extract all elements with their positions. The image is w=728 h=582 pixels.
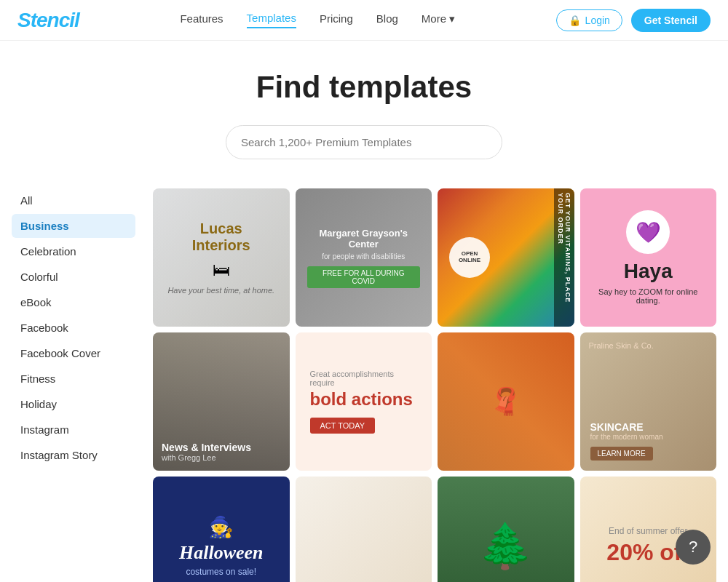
template-card[interactable]: OPENONLINE GET YOUR VITAMINS, PLACE YOUR… [438,188,574,327]
chevron-down-icon: ▾ [449,12,455,25]
haya-icon: 💜 [636,220,661,244]
template-card[interactable]: 💜 Haya Say hey to ZOOM for online dating… [580,188,717,327]
template-card[interactable]: Margaret Grayson's Center for people wit… [296,188,432,327]
get-stencil-button[interactable]: Get Stencil [631,9,711,32]
templates-grid: LucasInteriors 🛏 Have your best time, at… [153,188,716,582]
skincare-title: SKINCARE [590,421,644,433]
lock-icon: 🔒 [569,15,581,26]
template-card[interactable]: HOMEGROWN NFP farmers' association [296,477,432,582]
sidebar-item-all[interactable]: All [12,188,135,212]
main-content: Find templates All Business Celebration … [0,41,728,582]
sidebar-item-facebook-cover[interactable]: Facebook Cover [12,341,135,365]
page-title: Find templates [256,70,472,105]
summer-subtitle: End of summer offer [609,526,688,536]
open-label: OPENONLINE [459,251,480,264]
nav-templates[interactable]: Templates [247,12,296,28]
sidebar-item-instagram-story[interactable]: Instagram Story [12,443,135,467]
card-subtitle: for people with disabilities [322,252,405,260]
login-button[interactable]: 🔒 Login [556,9,622,31]
header: Stencil Features Templates Pricing Blog … [0,0,728,41]
chat-icon: ? [689,538,697,557]
haya-brand: Haya [624,260,673,283]
sidebar-item-colorful[interactable]: Colorful [12,265,135,289]
header-actions: 🔒 Login Get Stencil [556,9,711,32]
card-tagline: Have your best time, at home. [167,286,274,295]
tree-icon: 🌲 [478,520,533,572]
sidebar-item-business[interactable]: Business [12,214,135,238]
nav-blog[interactable]: Blog [376,12,398,28]
bold-cta-button[interactable]: ACT TODAY [310,418,376,434]
fabric-pattern: 🧣 [489,386,522,417]
card-title: Margaret Grayson's Center [307,228,421,250]
bold-title: bold actions [310,390,413,409]
template-card[interactable]: Praline Skin & Co. SKINCARE for the mode… [580,332,717,471]
nav-more[interactable]: More ▾ [422,12,455,28]
haya-logo-circle: 💜 [626,210,670,254]
sidebar-item-fitness[interactable]: Fitness [12,367,135,391]
witch-icon: 🧙 [208,515,234,539]
learn-more-button[interactable]: LEARN MORE [590,447,653,461]
template-card[interactable]: News & Interviews with Gregg Lee [153,332,290,471]
search-container [226,125,502,159]
template-card[interactable]: 🧣 [438,332,574,471]
sidebar-item-facebook[interactable]: Facebook [12,316,135,340]
open-online-badge: OPENONLINE [449,237,490,278]
sidebar-item-instagram[interactable]: Instagram [12,418,135,442]
chat-bubble[interactable]: ? [676,530,711,565]
nav-pricing[interactable]: Pricing [320,12,353,28]
template-card[interactable]: Great accomplishments require bold actio… [296,332,432,471]
sidebar-item-holiday[interactable]: Holiday [12,392,135,416]
search-input[interactable] [226,125,502,159]
news-label: News & Interviews [162,442,281,453]
sidebar-item-celebration[interactable]: Celebration [12,239,135,263]
bold-pre: Great accomplishments require [310,370,418,387]
template-card[interactable]: 🌲 [438,477,574,582]
sidebar: All Business Celebration Colorful eBook … [12,188,135,582]
template-card[interactable]: LucasInteriors 🛏 Have your best time, at… [153,188,290,327]
nav-features[interactable]: Features [180,12,223,28]
card-brand: LucasInteriors [167,220,274,254]
halloween-sub: costumes on sale! [186,567,256,577]
haya-tagline: Say hey to ZOOM for online dating. [592,287,705,305]
main-nav: Features Templates Pricing Blog More ▾ [180,12,455,28]
skincare-brand: Praline Skin & Co. [589,341,654,350]
bed-icon: 🛏 [167,260,274,280]
sidebar-item-ebook[interactable]: eBook [12,290,135,314]
skincare-sub: for the modern woman [590,433,663,441]
card-badge: FREE FOR ALL DURING COVID [307,266,421,288]
content-area: All Business Celebration Colorful eBook … [0,188,728,582]
news-with: with Gregg Lee [162,453,281,462]
vertical-text: GET YOUR VITAMINS, PLACE YOUR ORDER [554,188,574,327]
halloween-title: Halloween [179,542,264,564]
template-card[interactable]: 🧙 Halloween costumes on sale! [153,477,290,582]
logo[interactable]: Stencil [17,9,79,32]
